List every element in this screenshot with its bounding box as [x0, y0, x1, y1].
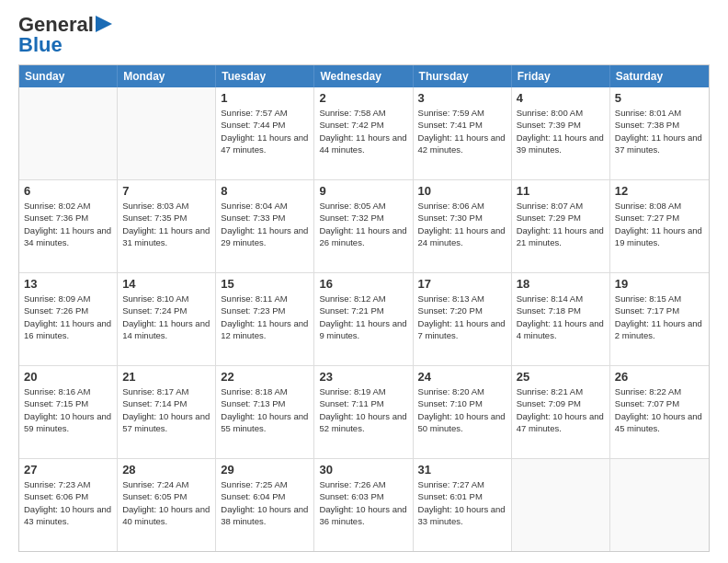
- cell-info: Sunrise: 7:23 AMSunset: 6:06 PMDaylight:…: [24, 478, 112, 527]
- svg-marker-0: [96, 16, 112, 32]
- cell-info: Sunrise: 7:24 AMSunset: 6:05 PMDaylight:…: [122, 478, 210, 527]
- calendar-cell: 6Sunrise: 8:02 AMSunset: 7:36 PMDaylight…: [19, 180, 118, 272]
- calendar-cell: 28Sunrise: 7:24 AMSunset: 6:05 PMDayligh…: [118, 459, 216, 551]
- calendar-header-cell: Friday: [512, 65, 610, 87]
- day-number: 22: [221, 370, 309, 384]
- calendar-cell: 12Sunrise: 8:08 AMSunset: 7:27 PMDayligh…: [610, 180, 709, 272]
- cell-info: Sunrise: 7:59 AMSunset: 7:41 PMDaylight:…: [418, 107, 506, 155]
- calendar-cell: 3Sunrise: 7:59 AMSunset: 7:41 PMDaylight…: [414, 87, 512, 179]
- day-number: 11: [517, 184, 605, 198]
- cell-info: Sunrise: 8:18 AMSunset: 7:13 PMDaylight:…: [221, 385, 309, 434]
- cell-info: Sunrise: 7:57 AMSunset: 7:44 PMDaylight:…: [221, 107, 309, 155]
- calendar-cell: 20Sunrise: 8:16 AMSunset: 7:15 PMDayligh…: [19, 366, 118, 458]
- day-number: 14: [122, 277, 210, 291]
- day-number: 19: [615, 277, 704, 291]
- calendar-cell: 14Sunrise: 8:10 AMSunset: 7:24 PMDayligh…: [118, 273, 216, 365]
- cell-info: Sunrise: 8:21 AMSunset: 7:09 PMDaylight:…: [517, 385, 605, 434]
- cell-info: Sunrise: 8:15 AMSunset: 7:17 PMDaylight:…: [615, 293, 704, 341]
- logo: General Blue: [18, 15, 112, 55]
- calendar-cell: 17Sunrise: 8:13 AMSunset: 7:20 PMDayligh…: [414, 273, 512, 365]
- day-number: 25: [517, 370, 605, 384]
- cell-info: Sunrise: 8:06 AMSunset: 7:30 PMDaylight:…: [418, 200, 506, 248]
- day-number: 15: [221, 277, 309, 291]
- calendar-cell: 29Sunrise: 7:25 AMSunset: 6:04 PMDayligh…: [216, 459, 314, 551]
- calendar-cell: 13Sunrise: 8:09 AMSunset: 7:26 PMDayligh…: [19, 273, 118, 365]
- page: General Blue SundayMondayTuesdayWednesda…: [0, 0, 728, 563]
- calendar-cell: 4Sunrise: 8:00 AMSunset: 7:39 PMDaylight…: [512, 87, 610, 179]
- day-number: 7: [122, 184, 210, 198]
- calendar: SundayMondayTuesdayWednesdayThursdayFrid…: [18, 64, 710, 552]
- calendar-cell: 21Sunrise: 8:17 AMSunset: 7:14 PMDayligh…: [118, 366, 216, 458]
- calendar-cell: 9Sunrise: 8:05 AMSunset: 7:32 PMDaylight…: [314, 180, 413, 272]
- calendar-header-cell: Saturday: [610, 65, 709, 87]
- day-number: 23: [319, 370, 407, 384]
- cell-info: Sunrise: 8:00 AMSunset: 7:39 PMDaylight:…: [517, 107, 605, 155]
- cell-info: Sunrise: 7:26 AMSunset: 6:03 PMDaylight:…: [319, 478, 407, 527]
- calendar-cell: 16Sunrise: 8:12 AMSunset: 7:21 PMDayligh…: [314, 273, 413, 365]
- day-number: 9: [319, 184, 407, 198]
- calendar-row: 6Sunrise: 8:02 AMSunset: 7:36 PMDaylight…: [19, 180, 709, 273]
- calendar-cell: 25Sunrise: 8:21 AMSunset: 7:09 PMDayligh…: [512, 366, 610, 458]
- cell-info: Sunrise: 8:16 AMSunset: 7:15 PMDaylight:…: [24, 385, 112, 434]
- calendar-cell: 8Sunrise: 8:04 AMSunset: 7:33 PMDaylight…: [216, 180, 314, 272]
- calendar-header-cell: Sunday: [19, 65, 118, 87]
- calendar-cell: 27Sunrise: 7:23 AMSunset: 6:06 PMDayligh…: [19, 459, 118, 551]
- cell-info: Sunrise: 8:01 AMSunset: 7:38 PMDaylight:…: [615, 107, 704, 155]
- day-number: 31: [418, 463, 506, 477]
- cell-info: Sunrise: 8:11 AMSunset: 7:23 PMDaylight:…: [221, 293, 309, 341]
- cell-info: Sunrise: 7:27 AMSunset: 6:01 PMDaylight:…: [418, 478, 506, 527]
- cell-info: Sunrise: 8:10 AMSunset: 7:24 PMDaylight:…: [122, 293, 210, 341]
- cell-info: Sunrise: 8:22 AMSunset: 7:07 PMDaylight:…: [615, 385, 704, 434]
- day-number: 1: [221, 91, 309, 105]
- calendar-cell: 10Sunrise: 8:06 AMSunset: 7:30 PMDayligh…: [414, 180, 512, 272]
- calendar-cell: [610, 459, 709, 551]
- day-number: 26: [615, 370, 704, 384]
- day-number: 10: [418, 184, 506, 198]
- day-number: 16: [319, 277, 407, 291]
- calendar-cell: 24Sunrise: 8:20 AMSunset: 7:10 PMDayligh…: [414, 366, 512, 458]
- day-number: 28: [122, 463, 210, 477]
- day-number: 3: [418, 91, 506, 105]
- calendar-cell: 11Sunrise: 8:07 AMSunset: 7:29 PMDayligh…: [512, 180, 610, 272]
- calendar-header-cell: Monday: [118, 65, 216, 87]
- cell-info: Sunrise: 8:13 AMSunset: 7:20 PMDaylight:…: [418, 293, 506, 341]
- calendar-cell: 7Sunrise: 8:03 AMSunset: 7:35 PMDaylight…: [118, 180, 216, 272]
- cell-info: Sunrise: 8:05 AMSunset: 7:32 PMDaylight:…: [319, 200, 407, 248]
- day-number: 2: [319, 91, 407, 105]
- cell-info: Sunrise: 8:04 AMSunset: 7:33 PMDaylight:…: [221, 200, 309, 248]
- calendar-cell: 19Sunrise: 8:15 AMSunset: 7:17 PMDayligh…: [610, 273, 709, 365]
- cell-info: Sunrise: 8:17 AMSunset: 7:14 PMDaylight:…: [122, 385, 210, 434]
- cell-info: Sunrise: 8:07 AMSunset: 7:29 PMDaylight:…: [517, 200, 605, 248]
- cell-info: Sunrise: 7:58 AMSunset: 7:42 PMDaylight:…: [319, 107, 407, 155]
- day-number: 29: [221, 463, 309, 477]
- calendar-cell: [512, 459, 610, 551]
- calendar-cell: 5Sunrise: 8:01 AMSunset: 7:38 PMDaylight…: [610, 87, 709, 179]
- calendar-cell: 15Sunrise: 8:11 AMSunset: 7:23 PMDayligh…: [216, 273, 314, 365]
- day-number: 24: [418, 370, 506, 384]
- day-number: 21: [122, 370, 210, 384]
- calendar-cell: 2Sunrise: 7:58 AMSunset: 7:42 PMDaylight…: [314, 87, 413, 179]
- calendar-cell: [118, 87, 216, 179]
- day-number: 27: [24, 463, 112, 477]
- cell-info: Sunrise: 8:19 AMSunset: 7:11 PMDaylight:…: [319, 385, 407, 434]
- cell-info: Sunrise: 8:20 AMSunset: 7:10 PMDaylight:…: [418, 385, 506, 434]
- calendar-row: 27Sunrise: 7:23 AMSunset: 6:06 PMDayligh…: [19, 459, 709, 551]
- calendar-cell: 1Sunrise: 7:57 AMSunset: 7:44 PMDaylight…: [216, 87, 314, 179]
- calendar-row: 1Sunrise: 7:57 AMSunset: 7:44 PMDaylight…: [19, 87, 709, 180]
- day-number: 5: [615, 91, 704, 105]
- calendar-cell: 31Sunrise: 7:27 AMSunset: 6:01 PMDayligh…: [414, 459, 512, 551]
- day-number: 6: [24, 184, 112, 198]
- day-number: 17: [418, 277, 506, 291]
- day-number: 18: [517, 277, 605, 291]
- cell-info: Sunrise: 8:14 AMSunset: 7:18 PMDaylight:…: [517, 293, 605, 341]
- day-number: 8: [221, 184, 309, 198]
- cell-info: Sunrise: 8:03 AMSunset: 7:35 PMDaylight:…: [122, 200, 210, 248]
- calendar-cell: 22Sunrise: 8:18 AMSunset: 7:13 PMDayligh…: [216, 366, 314, 458]
- calendar-header-cell: Thursday: [414, 65, 512, 87]
- header: General Blue: [18, 15, 710, 55]
- cell-info: Sunrise: 8:09 AMSunset: 7:26 PMDaylight:…: [24, 293, 112, 341]
- cell-info: Sunrise: 8:12 AMSunset: 7:21 PMDaylight:…: [319, 293, 407, 341]
- calendar-header: SundayMondayTuesdayWednesdayThursdayFrid…: [19, 65, 709, 87]
- calendar-cell: 23Sunrise: 8:19 AMSunset: 7:11 PMDayligh…: [314, 366, 413, 458]
- calendar-cell: [19, 87, 118, 179]
